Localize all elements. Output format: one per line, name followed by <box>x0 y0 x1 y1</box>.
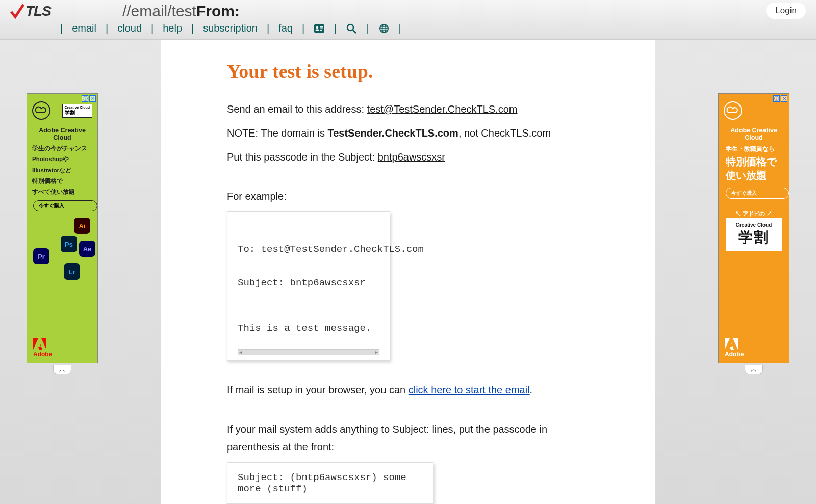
creative-cloud-icon <box>724 101 742 120</box>
ad-right-title: Adobe Creative Cloud <box>719 125 789 143</box>
ad-left-toggle[interactable]: ︿ <box>53 365 71 374</box>
note-line: NOTE: The domain is TestSender.CheckTLS.… <box>227 124 589 142</box>
header: TLS //email/testFrom: Login | email | cl… <box>0 0 816 40</box>
for-example-label: For example: <box>227 188 589 205</box>
subject-note: If your mail system adds anything to Sub… <box>227 420 589 456</box>
nav-help[interactable]: help <box>163 22 182 34</box>
search-icon[interactable] <box>346 23 357 34</box>
creative-cloud-icon <box>32 101 50 120</box>
checkmark-icon <box>10 4 24 19</box>
ad-left[interactable]: ⓘ✕ Creative Cloud学割 Adobe Creative Cloud… <box>27 93 98 363</box>
adobe-logo: Adobe <box>725 338 744 358</box>
svg-point-1 <box>316 26 319 29</box>
svg-rect-5 <box>320 30 322 31</box>
adobe-logo: Adobe <box>33 338 52 358</box>
nav-subscription[interactable]: subscription <box>203 22 258 34</box>
ad-right-cta[interactable]: 今すぐ購入 <box>726 188 789 199</box>
mail-setup-line: If mail is setup in your browser, you ca… <box>227 381 589 399</box>
page-title: //email/testFrom: <box>122 3 240 20</box>
svg-point-6 <box>347 24 353 31</box>
adchoices-icon[interactable]: ⓘ✕ <box>82 95 96 102</box>
adchoices-icon[interactable]: ⓘ✕ <box>773 95 787 102</box>
passcode-line: Put this passcode in the Subject: bntp6a… <box>227 148 589 166</box>
heading: Your test is setup. <box>227 60 589 83</box>
test-email-address: test@TestSender.CheckTLS.com <box>367 103 518 115</box>
login-button[interactable]: Login <box>766 3 806 19</box>
globe-icon[interactable] <box>378 23 390 34</box>
example-email-box: To: test@TestSender.CheckTLS.com Subject… <box>227 211 390 361</box>
photoshop-icon: Ps <box>61 236 77 252</box>
premiere-icon: Pr <box>33 248 49 264</box>
nav-cloud[interactable]: cloud <box>117 22 142 34</box>
logo-text: TLS <box>26 3 51 19</box>
passcode-value: bntp6awscsxsr <box>378 151 445 163</box>
svg-line-7 <box>353 30 356 33</box>
page-path: //email/test <box>122 3 196 19</box>
example-to: To: test@TestSender.CheckTLS.com <box>238 244 379 255</box>
lightroom-icon: Lr <box>64 263 80 280</box>
page-name: From: <box>196 3 240 19</box>
nav: | email | cloud | help | subscription | … <box>0 20 816 37</box>
main-content: Your test is setup. Send an email to thi… <box>161 40 655 504</box>
ad-right-box: ↖ アドビの ↗ Creative Cloud 学割 <box>726 218 782 251</box>
ad-left-cta[interactable]: 今すぐ購入 <box>33 200 97 211</box>
ad-right[interactable]: ⓘ✕ Adobe Creative Cloud 学生・教職員なら 特別価格で 使… <box>718 93 789 363</box>
ad-left-box-small: Creative Cloud学割 <box>62 104 92 118</box>
svg-rect-2 <box>316 29 319 31</box>
example-body: This is a test message. <box>238 323 379 334</box>
aftereffects-icon: Ae <box>79 241 95 257</box>
subject-example-box: Subject: (bntp6awscsxsr) some more (stuf… <box>227 462 434 504</box>
contact-card-icon[interactable] <box>314 23 325 34</box>
start-email-link[interactable]: click here to start the email <box>409 384 530 395</box>
illustrator-icon: Ai <box>74 218 90 234</box>
ad-left-title: Adobe Creative Cloud <box>27 125 97 143</box>
send-line: Send an email to this address: test@Test… <box>227 100 589 118</box>
example-subject: Subject: bntp6awscsxsr <box>238 277 379 288</box>
logo[interactable]: TLS <box>10 3 51 19</box>
nav-email[interactable]: email <box>72 22 96 34</box>
svg-rect-4 <box>320 28 323 29</box>
example-scrollbar[interactable]: ◀▶ <box>238 349 379 355</box>
svg-rect-3 <box>320 26 323 28</box>
nav-faq[interactable]: faq <box>278 22 293 34</box>
ad-right-toggle[interactable]: ︿ <box>745 365 763 374</box>
